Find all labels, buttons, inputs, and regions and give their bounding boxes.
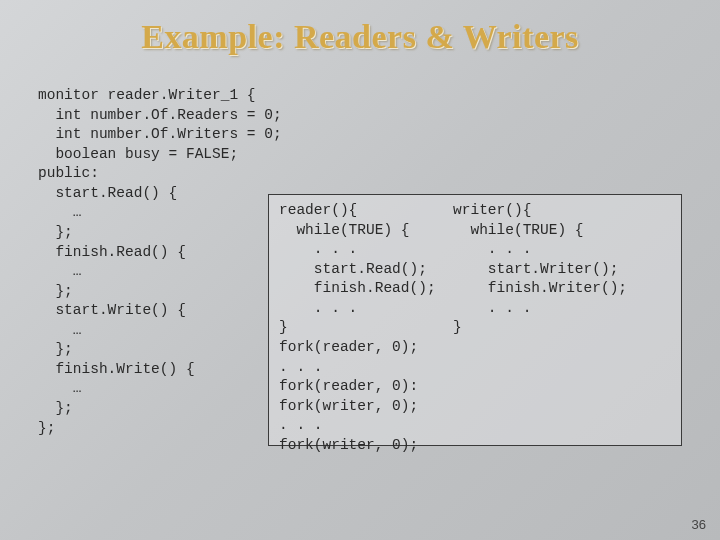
slide-title: Example: Readers & Writers: [0, 18, 720, 56]
content-area: monitor reader.Writer_1 { int number.Of.…: [0, 66, 720, 438]
title-area: Example: Readers & Writers: [0, 0, 720, 66]
page-number: 36: [692, 517, 706, 532]
reader-writer-code-box: reader(){ writer(){ while(TRUE) { while(…: [268, 194, 682, 446]
